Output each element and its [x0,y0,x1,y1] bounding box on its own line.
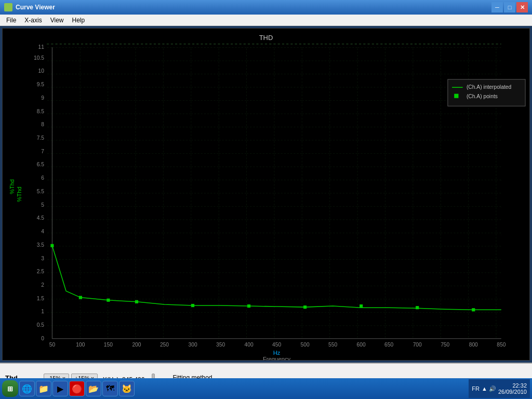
svg-rect-61 [135,300,138,303]
svg-rect-62 [191,304,194,307]
svg-text:8: 8 [41,122,44,127]
svg-text:10: 10 [38,68,45,74]
svg-text:300: 300 [188,342,197,348]
svg-text:4.5: 4.5 [37,215,45,221]
svg-text:400: 400 [244,342,253,348]
chart-container: THD %Thd [2,28,530,361]
svg-text:9.5: 9.5 [37,82,45,87]
svg-rect-63 [247,304,250,308]
svg-text:10.5: 10.5 [34,55,44,61]
svg-text:1.5: 1.5 [37,296,45,301]
taskbar-date-value: 26/09/2010 [498,389,527,395]
svg-text:650: 650 [384,342,393,348]
taskbar-icon-app1[interactable]: 🔴 [69,381,85,396]
svg-text:0.5: 0.5 [37,322,45,328]
svg-text:200: 200 [132,342,141,348]
taskbar-icon-app2[interactable]: 📂 [86,381,101,396]
svg-text:800: 800 [469,342,478,348]
taskbar-lang: FR [472,385,480,392]
menu-view[interactable]: View [46,16,68,25]
svg-text:450: 450 [272,342,281,348]
taskbar-icon-media[interactable]: ▶ [52,381,68,396]
svg-rect-64 [303,305,307,309]
taskbar-icon-ie[interactable]: 🌐 [19,381,35,396]
chart-svg: 0 0.5 1 1.5 2 2.5 3 3.5 4 4.5 5 5.5 6 6.… [3,29,529,360]
svg-text:5.5: 5.5 [37,189,45,194]
minimize-button[interactable]: ─ [491,2,503,12]
svg-text:7: 7 [41,149,44,154]
svg-rect-66 [416,306,419,309]
svg-rect-71 [454,94,458,98]
svg-text:700: 700 [413,342,422,348]
start-button[interactable]: ⊞ [2,380,18,397]
menu-file[interactable]: File [2,16,20,25]
svg-text:7.5: 7.5 [37,135,45,141]
svg-text:8.5: 8.5 [37,109,45,114]
taskbar-tray-icons: ▲ 🔊 [482,385,496,392]
app-icon [4,3,12,11]
svg-text:Frequency: Frequency [263,356,291,360]
svg-text:1: 1 [41,309,44,314]
svg-text:2.5: 2.5 [37,269,45,274]
svg-rect-12 [47,47,501,339]
taskbar: ⊞ 🌐 📁 ▶ 🔴 📂 🗺 🐱 FR ▲ 🔊 22:32 26/09/2010 [0,378,532,399]
svg-text:250: 250 [160,342,169,348]
svg-rect-60 [107,299,110,302]
svg-text:600: 600 [357,342,366,348]
svg-text:500: 500 [301,342,310,348]
svg-text:3: 3 [41,256,44,261]
restore-button[interactable]: □ [504,2,515,12]
svg-rect-68 [448,79,525,106]
svg-text:850: 850 [497,342,506,348]
svg-text:3.5: 3.5 [37,242,45,248]
taskbar-icon-app3[interactable]: 🗺 [102,381,118,396]
svg-text:550: 550 [328,342,337,348]
svg-text:11: 11 [38,44,45,50]
taskbar-time-value: 22:32 [498,382,527,389]
svg-text:%Thd: %Thd [16,187,22,202]
svg-text:9: 9 [41,95,44,101]
svg-text:50: 50 [49,342,56,348]
svg-text:750: 750 [441,342,449,348]
menu-xaxis[interactable]: X-axis [20,16,46,25]
svg-text:350: 350 [216,342,225,348]
svg-text:6.5: 6.5 [37,162,45,167]
svg-rect-58 [50,244,54,247]
svg-text:150: 150 [104,342,113,348]
svg-rect-59 [79,296,82,299]
svg-text:6: 6 [41,175,44,181]
svg-rect-67 [472,308,475,311]
window-title: Curve Viewer [16,4,55,11]
taskbar-icon-gimp[interactable]: 🐱 [119,381,135,396]
taskbar-system-tray: FR ▲ 🔊 22:32 26/09/2010 [469,379,530,398]
title-bar: Curve Viewer ─ □ ✕ [0,0,532,15]
start-icon: ⊞ [7,385,13,393]
taskbar-clock: 22:32 26/09/2010 [498,382,527,395]
svg-text:0: 0 [41,336,44,341]
close-button[interactable]: ✕ [516,2,528,12]
svg-text:4: 4 [41,229,44,234]
svg-text:(Ch.A) interpolated: (Ch.A) interpolated [467,84,512,90]
svg-text:2: 2 [41,282,44,288]
svg-text:Hz: Hz [273,350,281,356]
taskbar-icon-explorer[interactable]: 📁 [36,381,51,396]
svg-text:100: 100 [76,342,85,348]
svg-text:5: 5 [41,202,44,208]
svg-rect-65 [360,304,363,308]
window-controls: ─ □ ✕ [491,2,528,12]
menu-help[interactable]: Help [68,16,89,25]
svg-text:(Ch.A) points: (Ch.A) points [467,94,498,99]
menu-bar: File X-axis View Help [0,15,532,26]
